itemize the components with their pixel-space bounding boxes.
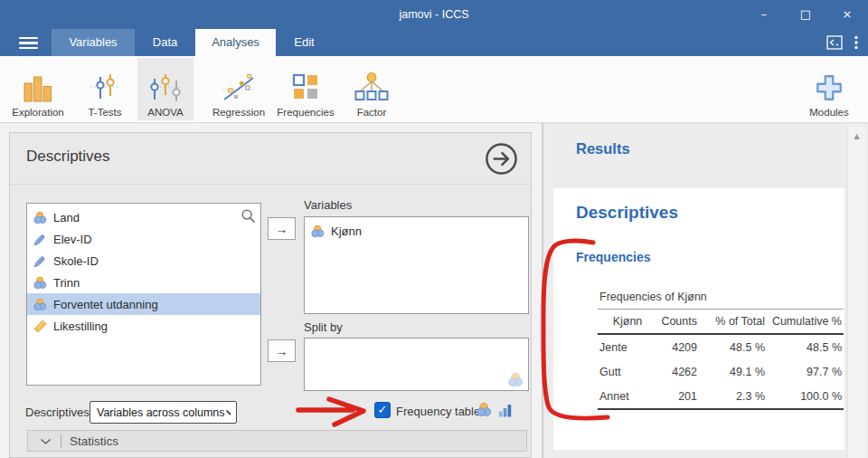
ribbon-item-frequencies[interactable]: Frequencies [269, 58, 342, 120]
frequencies-icon [289, 70, 322, 106]
nominal-variable-icon [33, 298, 47, 311]
tab-bar: Variables Data Analyses Edit [0, 29, 868, 56]
table-row: Gutt 4262 49.1 % 97.7 % [598, 359, 844, 384]
ribbon-item-anova[interactable]: ANOVA [137, 58, 193, 120]
table-row: Jente 4209 48.5 % 48.5 % [598, 334, 844, 359]
ttests-icon [89, 70, 121, 106]
circle-arrow-right-icon [484, 141, 519, 177]
frequency-tables-label: Frequency tables [396, 405, 486, 418]
options-panel-header: Descriptives [10, 133, 531, 185]
chevron-down-icon [40, 438, 52, 445]
results-heading: Results [576, 140, 630, 157]
exploration-icon [22, 70, 54, 106]
regression-icon [221, 70, 257, 106]
list-item-forventet-utdanning[interactable]: Forventet utdanning [27, 293, 260, 315]
list-item-skole-id[interactable]: Skole-ID [27, 250, 260, 272]
descriptives-results-card[interactable]: Descriptives Frequencies Frequencies of … [553, 188, 844, 450]
tab-analyses[interactable]: Analyses [195, 29, 276, 56]
id-variable-icon [33, 233, 47, 246]
nominal-variable-icon [33, 211, 47, 224]
analyses-ribbon: Exploration T-Tests ANOVA Regression Fre… [0, 56, 868, 123]
minimize-button[interactable]: – [743, 0, 785, 29]
scroll-up-arrow-icon[interactable]: ▲ [848, 132, 865, 140]
nominal-variable-icon [33, 276, 47, 290]
column-header: % of Total [699, 310, 767, 335]
source-variables-listbox[interactable]: Land Elev-ID Skole-ID Trinn Forventet ut… [26, 203, 261, 386]
bar-chart-icon [498, 403, 513, 417]
nominal-variable-icon [476, 402, 492, 417]
analysis-heading: Descriptives [576, 203, 678, 223]
frequency-tables-type-icons [476, 402, 513, 417]
factor-icon [354, 70, 390, 106]
divider [61, 434, 61, 448]
assigned-variable-kjonn[interactable]: Kjønn [305, 220, 528, 242]
splitby-box-label: Split by [304, 320, 343, 334]
nominal-variable-ghost-icon [508, 372, 524, 387]
jamovi-window: jamovi - ICCS – □ × Variables Data Analy… [0, 0, 868, 458]
statistics-section-header[interactable]: Statistics [27, 430, 527, 452]
table-row: Annet 201 2.3 % 100.0 % [598, 384, 844, 409]
list-item-elev-id[interactable]: Elev-ID [27, 228, 260, 250]
tab-data[interactable]: Data [135, 29, 195, 56]
nominal-variable-icon [311, 224, 325, 238]
modules-plus-icon [814, 70, 844, 106]
panel-title: Descriptives [26, 148, 110, 166]
frequency-tables-checkbox[interactable]: ✓ [374, 402, 391, 418]
descriptives-select-label: Descriptives [25, 406, 90, 419]
syntax-mode-icon[interactable] [826, 35, 843, 50]
chevron-down-icon [225, 409, 231, 415]
results-scrollbar[interactable]: ▲ [847, 127, 865, 458]
move-to-variables-button[interactable]: → [268, 217, 296, 240]
maximize-button[interactable]: □ [785, 0, 826, 29]
variables-dropbox[interactable]: Kjønn [304, 216, 529, 314]
kebab-menu-icon[interactable] [854, 35, 859, 50]
titlebar: jamovi - ICCS – □ × [0, 0, 868, 29]
ribbon-item-factor[interactable]: Factor [342, 58, 401, 120]
column-header: Cumulative % [767, 310, 844, 335]
tabbar-right-controls [826, 29, 859, 56]
id-variable-icon [33, 254, 47, 268]
window-controls: – □ × [743, 0, 868, 29]
ribbon-item-exploration[interactable]: Exploration [4, 58, 72, 120]
frequencies-table: Frequencies of Kjønn Kjønn Counts % of T… [598, 291, 844, 410]
descriptives-options-panel: Descriptives Land Elev-ID Skole-ID Tr [9, 132, 532, 458]
column-header: Kjønn [598, 310, 657, 335]
hamburger-menu-icon[interactable] [19, 37, 38, 50]
variables-box-label: Variables [304, 198, 352, 212]
list-item-likestilling[interactable]: Likestilling [27, 315, 260, 337]
close-button[interactable]: × [826, 0, 868, 29]
table-title: Frequencies of Kjønn [598, 291, 844, 309]
splitby-dropbox[interactable] [304, 338, 529, 391]
table-header-row: Kjønn Counts % of Total Cumulative % [598, 310, 844, 335]
anova-icon [147, 70, 184, 106]
move-to-splitby-button[interactable]: → [268, 339, 296, 362]
list-item-trinn[interactable]: Trinn [27, 272, 260, 293]
ribbon-item-ttests[interactable]: T-Tests [72, 58, 137, 120]
results-pane: Results Descriptives Frequencies Frequen… [543, 123, 868, 458]
continuous-variable-icon [33, 320, 47, 333]
search-icon[interactable] [241, 208, 256, 224]
descriptives-layout-select[interactable]: Variables across columns [90, 401, 237, 424]
column-header: Counts [657, 310, 699, 335]
frequencies-section-heading: Frequencies [576, 250, 650, 264]
collapse-options-arrow-button[interactable] [484, 141, 519, 177]
tab-variables[interactable]: Variables [52, 29, 135, 56]
ribbon-item-regression[interactable]: Regression [201, 58, 277, 120]
ribbon-item-modules[interactable]: Modules [796, 58, 863, 120]
list-item-land[interactable]: Land [27, 206, 260, 228]
window-title: jamovi - ICCS [0, 0, 868, 29]
tab-edit[interactable]: Edit [276, 29, 333, 56]
